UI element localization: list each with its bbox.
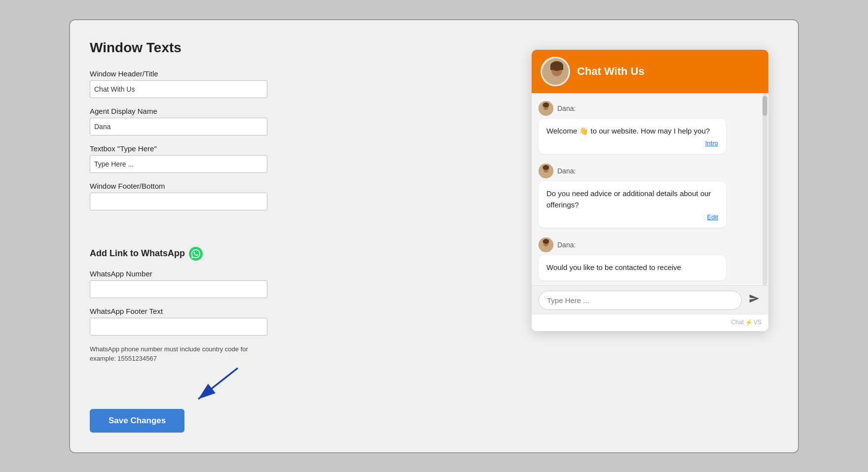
message-text-1: Welcome 👋 to our website. How may I help…	[546, 126, 718, 137]
footer-input[interactable]	[90, 193, 267, 210]
page-title: Window Texts	[90, 40, 326, 56]
svg-rect-9	[542, 110, 550, 116]
left-panel: Window Texts Window Header/Title Agent D…	[90, 40, 346, 433]
footer-group: Window Footer/Bottom	[90, 182, 326, 210]
chat-header: Chat With Us	[532, 50, 768, 93]
svg-point-10	[543, 102, 549, 107]
svg-rect-17	[542, 247, 550, 252]
window-header-label: Window Header/Title	[90, 69, 326, 78]
textbox-input[interactable]	[90, 155, 267, 173]
agent-avatar-small-3	[539, 237, 553, 252]
window-header-group: Window Header/Title	[90, 69, 326, 98]
main-container: Window Texts Window Header/Title Agent D…	[69, 19, 799, 453]
chat-input-area	[532, 285, 768, 315]
whatsapp-section-title: Add Link to WhatsApp	[90, 247, 326, 261]
whatsapp-footer-input[interactable]	[90, 318, 267, 336]
agent-name-input[interactable]	[90, 118, 267, 135]
brand-name: Chat	[731, 319, 744, 326]
arrow-icon	[169, 366, 248, 405]
scroll-thumb[interactable]	[762, 96, 767, 116]
agent-label-2: Dana:	[557, 167, 576, 175]
message-link-1[interactable]: Intro	[546, 139, 718, 147]
svg-rect-13	[542, 173, 550, 178]
agent-name-2: Dana:	[539, 164, 761, 178]
brand-suffix: VS	[754, 319, 761, 326]
avatar	[541, 57, 570, 86]
save-button[interactable]: Save Changes	[90, 409, 184, 433]
message-link-2[interactable]: Edit	[546, 213, 718, 221]
chat-preview-panel: Chat With Us	[522, 50, 778, 331]
agent-name-label: Agent Display Name	[90, 107, 326, 115]
textbox-group: Textbox "Type Here"	[90, 144, 326, 173]
message-group-3: Dana: Would you like to be contacted to …	[539, 237, 761, 280]
message-group-1: Dana: Welcome 👋 to our website. How may …	[539, 101, 761, 154]
chat-footer: Chat ⚡ VS	[532, 315, 768, 331]
message-bubble-1: Welcome 👋 to our website. How may I help…	[539, 119, 726, 154]
whatsapp-footer-label: WhatsApp Footer Text	[90, 307, 326, 315]
message-text-3: Would you like to be contacted to receiv…	[546, 262, 718, 273]
svg-line-1	[198, 368, 238, 399]
agent-name-3: Dana:	[539, 237, 761, 252]
agent-name-group: Agent Display Name	[90, 107, 326, 135]
textbox-label: Textbox "Type Here"	[90, 144, 326, 153]
chat-messages: Dana: Welcome 👋 to our website. How may …	[532, 93, 768, 285]
agent-name-1: Dana:	[539, 101, 761, 116]
whatsapp-icon	[189, 247, 203, 261]
whatsapp-number-input[interactable]	[90, 280, 267, 298]
whatsapp-number-group: WhatsApp Number	[90, 270, 326, 298]
svg-point-14	[543, 165, 549, 170]
hint-text: WhatsApp phone number must include count…	[90, 344, 267, 364]
window-header-input[interactable]	[90, 80, 267, 98]
brand-lightning-icon: ⚡	[745, 319, 753, 326]
agent-avatar-small-1	[539, 101, 553, 116]
message-text-2: Do you need advice or additional details…	[546, 188, 718, 210]
agent-label-1: Dana:	[557, 104, 576, 112]
send-button[interactable]	[747, 291, 761, 309]
whatsapp-title-text: Add Link to WhatsApp	[90, 248, 185, 259]
message-bubble-3: Would you like to be contacted to receiv…	[539, 255, 726, 280]
chat-widget: Chat With Us	[532, 50, 768, 331]
brand-text: Chat ⚡ VS	[731, 319, 761, 326]
message-group-2: Dana: Do you need advice or additional d…	[539, 164, 761, 228]
message-bubble-2: Do you need advice or additional details…	[539, 181, 726, 228]
whatsapp-footer-group: WhatsApp Footer Text	[90, 307, 326, 336]
arrow-annotation	[90, 366, 326, 405]
svg-rect-6	[550, 65, 563, 70]
svg-point-18	[543, 239, 549, 244]
agent-label-3: Dana:	[557, 241, 576, 249]
chat-header-title: Chat With Us	[577, 65, 645, 78]
whatsapp-number-label: WhatsApp Number	[90, 270, 326, 278]
chat-input[interactable]	[539, 291, 742, 310]
agent-avatar-small-2	[539, 164, 553, 178]
footer-label: Window Footer/Bottom	[90, 182, 326, 190]
scroll-bar[interactable]	[762, 93, 767, 285]
